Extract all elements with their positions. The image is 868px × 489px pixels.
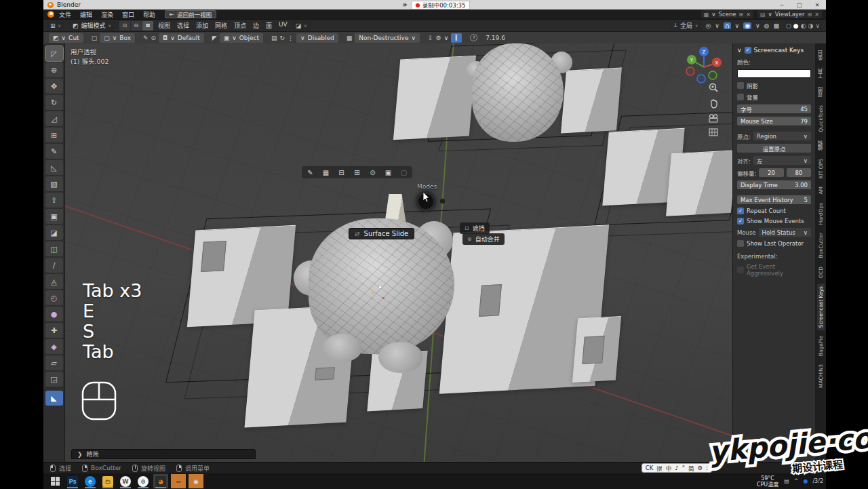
- pivot-dropdown[interactable]: ◘∨Default: [159, 33, 204, 43]
- repeat-count-checkbox[interactable]: ✓: [737, 208, 744, 214]
- destructive-mode-dropdown[interactable]: Non-Destructive∨: [355, 33, 420, 43]
- pivot-point-icon[interactable]: ◎: [706, 22, 711, 29]
- ime-item[interactable]: 中: [666, 464, 672, 472]
- app-orange-circle[interactable]: ◉: [189, 474, 203, 488]
- app-photoshop[interactable]: Ps: [65, 474, 80, 488]
- select-box-tool[interactable]: ◸: [45, 46, 63, 61]
- viewport-menu[interactable]: 视图: [158, 21, 170, 30]
- tab-ocd[interactable]: OCD: [817, 264, 825, 281]
- shape-dropdown[interactable]: ▢∨Box: [100, 33, 135, 43]
- close-icon[interactable]: ✕: [814, 12, 819, 18]
- array-icon[interactable]: ⋮: [288, 35, 294, 41]
- background-checkbox[interactable]: [737, 94, 744, 100]
- editor-type-button[interactable]: ⊞∨: [47, 21, 64, 31]
- magnet-icon[interactable]: ⊟: [336, 168, 347, 177]
- topbar-menu[interactable]: 编辑: [80, 10, 92, 19]
- app-orange-swirl[interactable]: ∾: [171, 474, 186, 488]
- inset-faces-tool[interactable]: ▣: [45, 209, 63, 224]
- tab-kitops[interactable]: KIT OPS: [817, 156, 825, 181]
- app-explorer[interactable]: 🗀: [100, 474, 115, 488]
- max-history-slider[interactable]: Max Event History5: [737, 195, 811, 204]
- move-tool[interactable]: ✥: [45, 79, 63, 94]
- viewport-menu[interactable]: 顶点: [234, 21, 246, 30]
- edge-slide-tool[interactable]: ✚: [45, 323, 63, 338]
- set-origin-button[interactable]: 设置原点: [737, 144, 811, 153]
- start-button[interactable]: [47, 474, 62, 488]
- download-icon[interactable]: ⇩: [428, 35, 433, 41]
- copy-icon[interactable]: ⊞: [739, 12, 744, 18]
- close-icon[interactable]: ✕: [746, 12, 751, 18]
- ime-item[interactable]: 拼: [656, 464, 663, 472]
- maximize-button[interactable]: □: [791, 2, 808, 8]
- display-icon[interactable]: ▤: [271, 35, 277, 41]
- zoom-icon[interactable]: [709, 83, 719, 93]
- viewport-menu[interactable]: 边: [253, 21, 259, 30]
- proportional-edit-icon[interactable]: ◉: [743, 22, 751, 29]
- bevel-tool[interactable]: ◪: [45, 225, 63, 240]
- cursor-tool[interactable]: ⊕: [45, 62, 63, 77]
- 3d-viewport[interactable]: 用户透视 (1) 猴头.002 ✎▦⊟⊞⊙▣▢ Modes ⇄ Surface …: [65, 43, 732, 462]
- wireframe-shading-icon[interactable]: ○: [786, 22, 791, 29]
- automerge-toggle[interactable]: ⊕自动合并: [462, 233, 505, 245]
- viewport-menu[interactable]: 选择: [177, 21, 189, 30]
- snap-magnet-icon[interactable]: ∩: [724, 22, 731, 29]
- help-button[interactable]: ?: [470, 34, 477, 41]
- shadow-checkbox[interactable]: [737, 82, 744, 89]
- viewport-menu[interactable]: UV: [279, 21, 288, 30]
- knife-tool[interactable]: ∕: [45, 258, 63, 273]
- poly-build-tool[interactable]: ◬: [45, 274, 63, 289]
- extrude-region-tool[interactable]: ⇧: [45, 193, 63, 208]
- viewport-menu[interactable]: 添加: [196, 21, 208, 30]
- xray-toggle-icon[interactable]: ▩: [773, 22, 779, 29]
- cursor-snap-icon[interactable]: ◤: [212, 35, 217, 41]
- font-size-slider[interactable]: 字号45: [737, 104, 811, 113]
- gear-icon[interactable]: ⚙: [436, 35, 441, 41]
- app-w-circle[interactable]: W: [118, 474, 133, 488]
- ime-item[interactable]: CK: [646, 465, 654, 471]
- shrink-fatten-tool[interactable]: ◆: [45, 339, 63, 354]
- navigation-gizmo[interactable]: Z Y X: [684, 45, 724, 84]
- offset-x-field[interactable]: 20: [759, 168, 783, 177]
- operator-panel-collapsed[interactable]: ❯ 精简: [71, 449, 256, 459]
- show-mouse-events-checkbox[interactable]: ✓: [737, 218, 744, 224]
- eyedropper-icon[interactable]: ⊙: [367, 168, 378, 177]
- close-button[interactable]: ✕: [808, 2, 826, 8]
- loop-cut-tool[interactable]: ◫: [45, 241, 63, 256]
- ime-item[interactable]: 简: [688, 464, 694, 472]
- transform-tool[interactable]: ⊞: [45, 128, 63, 142]
- tab-view[interactable]: 视图: [816, 84, 825, 100]
- orient-dropdown[interactable]: ▣∨Object: [220, 33, 263, 43]
- smooth-tool[interactable]: ●: [45, 307, 63, 321]
- mouse-size-slider[interactable]: Mouse Size79: [737, 117, 811, 125]
- blender-menu-logo-icon[interactable]: [47, 11, 54, 18]
- get-event-checkbox[interactable]: [737, 267, 744, 273]
- tab-tool[interactable]: 工具: [816, 66, 825, 81]
- tab-bagapie[interactable]: BagaPie: [817, 333, 825, 359]
- mouse-mode-dropdown[interactable]: Hold Status∨: [759, 228, 811, 237]
- origin-icon[interactable]: ⊙: [151, 35, 157, 41]
- offset-y-field[interactable]: 80: [787, 168, 811, 177]
- lattice-icon[interactable]: ⊞: [351, 168, 363, 177]
- viewport-menu[interactable]: 面: [266, 21, 272, 30]
- grid-icon[interactable]: ▦: [320, 168, 332, 177]
- cycle-icon[interactable]: ↻: [280, 35, 285, 41]
- shape-icon[interactable]: ▢: [92, 35, 98, 41]
- solid-shading-icon[interactable]: ●: [793, 22, 799, 29]
- topbar-menu[interactable]: 窗口: [122, 10, 134, 19]
- collapse-chevron-icon[interactable]: ∨: [737, 47, 742, 54]
- app-blender[interactable]: ◕: [153, 474, 168, 488]
- minimize-button[interactable]: ─: [773, 2, 791, 8]
- tray-app-icon[interactable]: ●: [803, 478, 808, 484]
- origin-dropdown[interactable]: Region∨: [753, 132, 811, 140]
- tab-edit[interactable]: 编辑: [816, 138, 825, 153]
- back-to-previous-view-button[interactable]: ⇤ 返回前一视图: [165, 10, 216, 18]
- annotate-icon[interactable]: ✎: [304, 168, 316, 177]
- rip-region-tool[interactable]: ◲: [45, 372, 63, 387]
- tab-am[interactable]: AM: [817, 184, 825, 197]
- app-recorder[interactable]: ⊙: [136, 474, 151, 488]
- cage-icon[interactable]: ▣: [382, 168, 394, 177]
- scene-selector[interactable]: ▦∨ Scene ⊞ ✕: [701, 10, 753, 18]
- scale-tool[interactable]: ◿: [45, 111, 63, 126]
- ime-item[interactable]: :: [706, 465, 708, 471]
- viewlayer-selector[interactable]: ▤∨ ViewLayer ⊞ ✕: [757, 10, 822, 18]
